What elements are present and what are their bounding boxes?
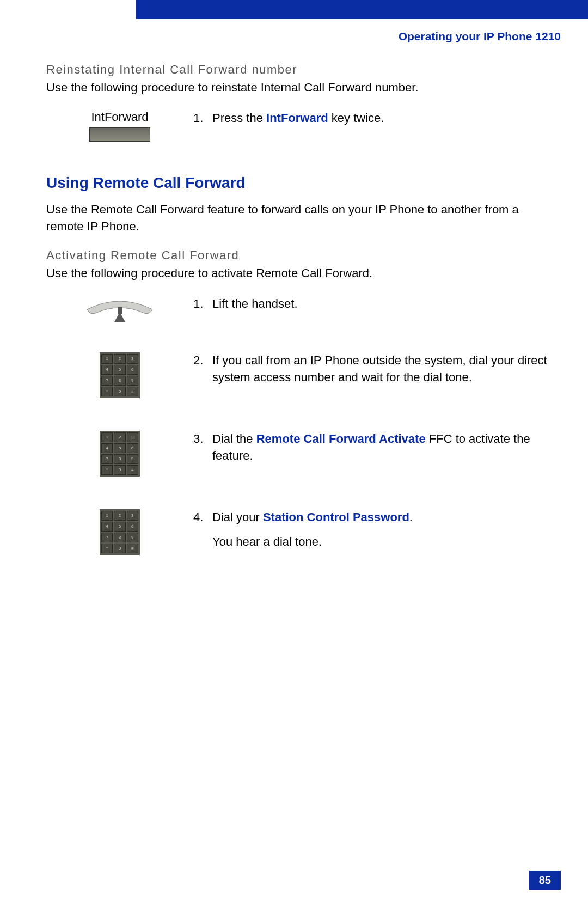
- handset-icon: [46, 296, 193, 325]
- remote-step-1: 1. Lift the handset.: [46, 296, 550, 325]
- step-text: Dial the Remote Call Forward Activate FF…: [212, 431, 550, 465]
- header-tab: [136, 0, 588, 19]
- svg-rect-0: [118, 307, 122, 314]
- remote-intro: Use the Remote Call Forward feature to f…: [46, 202, 550, 235]
- keypad-icon: 123 456 789 *0#: [100, 509, 140, 555]
- page-content: Reinstating Internal Call Forward number…: [0, 0, 588, 555]
- softkey-icon: [89, 127, 150, 142]
- remote-step-4: 123 456 789 *0# 4. Dial your Station Con…: [46, 509, 550, 555]
- step-text: If you call from an IP Phone outside the…: [212, 352, 550, 386]
- step-text: Lift the handset.: [212, 296, 550, 313]
- reinstate-intro: Use the following procedure to reinstate…: [46, 80, 550, 96]
- page-number: 85: [529, 871, 561, 890]
- activating-intro: Use the following procedure to activate …: [46, 265, 550, 282]
- running-header: Operating your IP Phone 1210: [399, 30, 561, 43]
- step-number: 1.: [193, 110, 212, 127]
- keypad-icon: 123 456 789 *0#: [100, 352, 140, 398]
- step-number: 2.: [193, 352, 212, 386]
- reinstate-heading: Reinstating Internal Call Forward number: [46, 63, 550, 77]
- remote-step-3: 123 456 789 *0# 3. Dial the Remote Call …: [46, 431, 550, 477]
- step-text: Press the IntForward key twice.: [212, 110, 550, 127]
- step-number: 1.: [193, 296, 212, 313]
- remote-section-title: Using Remote Call Forward: [46, 174, 550, 192]
- keypad-icon: 123 456 789 *0#: [100, 431, 140, 477]
- reinstate-step-1: IntForward 1. Press the IntForward key t…: [46, 110, 550, 142]
- activating-heading: Activating Remote Call Forward: [46, 248, 550, 263]
- remote-step-2: 123 456 789 *0# 2. If you call from an I…: [46, 352, 550, 398]
- softkey-label: IntForward: [46, 110, 193, 124]
- step-number: 3.: [193, 431, 212, 465]
- step-number: 4.: [193, 509, 212, 551]
- step-text: Dial your Station Control Password. You …: [212, 509, 550, 551]
